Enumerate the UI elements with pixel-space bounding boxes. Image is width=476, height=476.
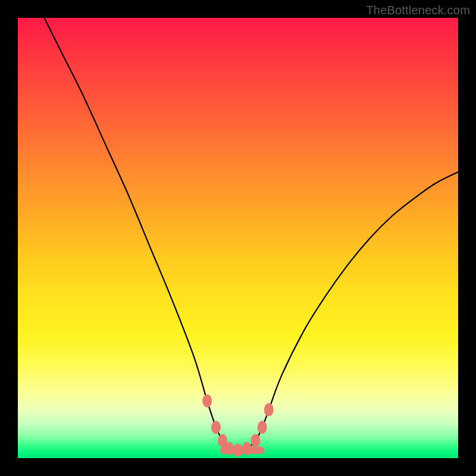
curve-marker bbox=[211, 421, 221, 434]
watermark-text: TheBottleneck.com bbox=[366, 4, 470, 17]
curve-marker bbox=[258, 421, 267, 434]
curve-marker bbox=[224, 442, 234, 455]
bottleneck-curve bbox=[44, 18, 458, 450]
curve-marker bbox=[251, 434, 261, 447]
curve-marker bbox=[202, 394, 212, 408]
curve-marker bbox=[264, 403, 274, 416]
plot-area bbox=[18, 18, 458, 458]
curve-marker bbox=[242, 442, 252, 455]
chart-frame: TheBottleneck.com bbox=[0, 0, 476, 476]
curve-marker bbox=[233, 444, 243, 457]
curve-layer bbox=[18, 18, 458, 458]
